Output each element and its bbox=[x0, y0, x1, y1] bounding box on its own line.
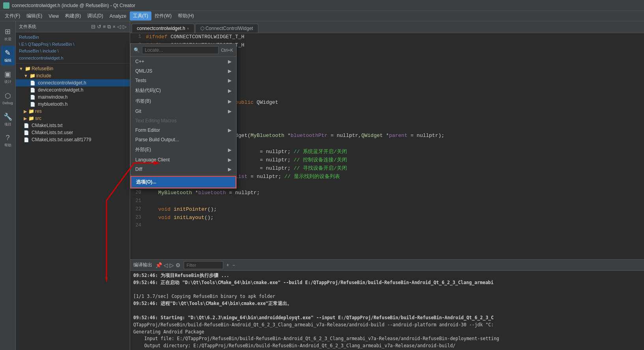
tree-res-label: res bbox=[35, 109, 42, 114]
breadcrumb-root[interactable]: RefuseBin bbox=[19, 35, 39, 39]
res-folder-icon: 📁 bbox=[28, 109, 34, 114]
menu-edit[interactable]: 编辑(E) bbox=[23, 11, 45, 21]
breadcrumb-path1[interactable]: \ E:\ QTappProj \ RefuseBin \ bbox=[19, 42, 75, 47]
output-add-icon[interactable]: + bbox=[226, 262, 229, 268]
output-line-9: Generating Android Package bbox=[133, 329, 641, 336]
tree-include-folder[interactable]: ▼ 📁 include bbox=[16, 72, 130, 79]
context-menu: 🔍 Ctrl+K C++ ▶ QML/JS ▶ Tests ▶ 粘贴代码(C) … bbox=[130, 43, 237, 189]
sidebar-item-welcome[interactable]: ⊞ 欢迎 bbox=[1, 24, 15, 44]
menu-entry-git[interactable]: Git ▶ bbox=[131, 107, 236, 116]
output-content[interactable]: 09:52:46: 为项目RefuseBin执行步骤 ... 09:52:46:… bbox=[130, 271, 644, 350]
tree-file-mybluetooth[interactable]: 📄 mybluetooth.h bbox=[16, 101, 130, 108]
sidebar-item-design[interactable]: ▣ 设计 bbox=[1, 67, 15, 87]
menu-entry-diff-label: Diff bbox=[135, 167, 228, 172]
tree-file-main-label: mainwindow.h bbox=[38, 94, 67, 100]
output-line-5: 09:52:46: 进程"D:\Qt\Tools\CMake_64\bin\cm… bbox=[133, 300, 641, 307]
menu-arrow-external: ▶ bbox=[228, 147, 231, 153]
output-title: 编译输出 bbox=[133, 262, 152, 268]
menu-file[interactable]: 文件(F) bbox=[2, 11, 23, 21]
output-next-icon[interactable]: ▷ bbox=[170, 262, 174, 268]
menu-entry-text-editing: Text Editing Macros bbox=[131, 116, 236, 125]
folder-expand-icon: ▼ bbox=[19, 66, 23, 71]
menu-entry-options[interactable]: 选项(O)... bbox=[131, 176, 236, 188]
output-line-1: 09:52:46: 为项目RefuseBin执行步骤 ... bbox=[133, 272, 641, 279]
float-icon[interactable]: ⧉ bbox=[107, 24, 111, 30]
menu-controls[interactable]: 控件(W) bbox=[151, 11, 175, 21]
design-label: 设计 bbox=[4, 79, 11, 84]
tree-res-folder[interactable]: ▶ 📁 res bbox=[16, 108, 130, 115]
menu-entry-options-label: 选项(O)... bbox=[136, 179, 156, 185]
sidebar-item-edit[interactable]: ✎ 编辑 bbox=[1, 46, 15, 66]
menu-entry-paste-code[interactable]: 粘贴代码(C) ▶ bbox=[131, 85, 236, 96]
breadcrumb-include[interactable]: RefuseBin \ include \ bbox=[19, 49, 59, 53]
tab-label2: ⬡ ConnectControlWidget bbox=[200, 26, 253, 31]
tab-label: connectcontrolwidget.h bbox=[137, 26, 185, 31]
tree-cmakelists-user[interactable]: 📄 CMakeLists.txt.user bbox=[16, 129, 130, 136]
output-pin-icon[interactable]: 📌 bbox=[155, 262, 162, 268]
tree-file-devicecontrol[interactable]: 📄 devicecontrolwidget.h bbox=[16, 86, 130, 94]
tree-root-folder[interactable]: ▼ 📁 RefuseBin bbox=[16, 65, 130, 72]
output-header-icons: 📌 ◁ ▷ ⚙ bbox=[155, 262, 181, 268]
help-label: 帮助 bbox=[4, 143, 11, 148]
menu-entry-paste-label: 粘贴代码(C) bbox=[135, 87, 228, 94]
menu-debug[interactable]: 调试(D) bbox=[84, 11, 106, 21]
menu-arrow-language: ▶ bbox=[228, 157, 231, 163]
nav-left-icon[interactable]: ◁ bbox=[117, 24, 121, 30]
sidebar-item-project[interactable]: 🔧 项目 bbox=[1, 110, 15, 129]
output-prev-icon[interactable]: ◁ bbox=[164, 262, 168, 268]
menu-entry-tests-label: Tests bbox=[135, 78, 228, 83]
edit-label: 编辑 bbox=[4, 58, 11, 63]
tree-cmake-hash-label: CMakeLists.txt.user.a8f1779 bbox=[32, 137, 91, 142]
cmake-icon: 📄 bbox=[24, 123, 29, 128]
output-line-8: QTappProj/RefuseBin/build-RefuseBin-Andr… bbox=[133, 322, 641, 329]
breadcrumb-file[interactable]: connectcontrolwidget.h bbox=[19, 56, 63, 60]
sidebar-icons: ⊞ 欢迎 ✎ 编辑 ▣ 设计 ⬡ Debug 🔧 项目 ? 帮助 bbox=[0, 21, 16, 350]
menu-arrow-form: ▶ bbox=[228, 127, 231, 133]
welcome-label: 欢迎 bbox=[4, 37, 11, 42]
file-tree-panel: 文件系统 ⊟ ↺ ≡ ⧉ × ◁ ▷ RefuseBin \ E:\ QTapp… bbox=[16, 21, 130, 350]
project-icon: 🔧 bbox=[4, 112, 12, 121]
menu-arrow-git: ▶ bbox=[228, 109, 231, 114]
tree-cmakelists[interactable]: 📄 CMakeLists.txt bbox=[16, 122, 130, 129]
tab-close-icon[interactable]: × bbox=[187, 26, 189, 31]
menu-entry-diff[interactable]: Diff ▶ bbox=[131, 165, 236, 174]
menu-entry-language-client[interactable]: Language Client ▶ bbox=[131, 155, 236, 165]
output-line-6 bbox=[133, 307, 641, 314]
output-minus-icon[interactable]: − bbox=[232, 262, 235, 268]
menu-entry-qmljs[interactable]: QML/JS ▶ bbox=[131, 66, 236, 76]
sidebar-item-debug[interactable]: ⬡ Debug bbox=[1, 88, 15, 108]
nav-right-icon[interactable]: ▷ bbox=[123, 24, 127, 30]
editor-tabs: connectcontrolwidget.h × ⬡ ConnectContro… bbox=[130, 21, 644, 33]
output-settings-icon[interactable]: ⚙ bbox=[175, 262, 181, 268]
menu-tools[interactable]: 工具(T) bbox=[130, 11, 151, 21]
tree-src-folder[interactable]: ▶ 📁 src bbox=[16, 115, 130, 122]
close-icon[interactable]: × bbox=[112, 24, 116, 30]
menu-entry-parse-label: Parse Build Output... bbox=[135, 137, 231, 142]
tree-cmakelists-user-hash[interactable]: 📄 CMakeLists.txt.user.a8f1779 bbox=[16, 136, 130, 143]
sync-icon[interactable]: ↺ bbox=[97, 24, 101, 30]
sidebar-item-help[interactable]: ? 帮助 bbox=[1, 131, 15, 151]
tab-connect-widget[interactable]: connectcontrolwidget.h × bbox=[132, 24, 194, 33]
menu-entry-cpp[interactable]: C++ ▶ bbox=[131, 57, 236, 66]
options-icon[interactable]: ≡ bbox=[103, 24, 106, 30]
menu-entry-form-editor[interactable]: Form Editor ▶ bbox=[131, 125, 236, 135]
menu-entry-parse-build[interactable]: Parse Build Output... bbox=[131, 135, 236, 144]
menu-entry-bookmarks[interactable]: 书签(B) ▶ bbox=[131, 96, 236, 107]
tree-file-connect[interactable]: 📄 connectcontrolwidget.h bbox=[16, 79, 130, 86]
menu-entry-external[interactable]: 外部(E) ▶ bbox=[131, 144, 236, 155]
folder-color-icon: 📁 bbox=[25, 66, 31, 71]
menu-analyze[interactable]: Analyze bbox=[106, 12, 130, 20]
file-tree-title: 文件系统 bbox=[19, 24, 91, 30]
menu-build[interactable]: 构建(B) bbox=[62, 11, 84, 21]
menu-view[interactable]: View bbox=[45, 12, 62, 20]
tree-file-mainwindow[interactable]: 📄 mainwindow.h bbox=[16, 94, 130, 101]
filter-icon[interactable]: ⊟ bbox=[91, 24, 95, 30]
tab-connectcontrol-widget2[interactable]: ⬡ ConnectControlWidget bbox=[195, 24, 258, 33]
help-icon: ? bbox=[6, 134, 9, 142]
cmake-user-icon: 📄 bbox=[24, 130, 29, 135]
menu-help[interactable]: 帮助(H) bbox=[175, 11, 197, 21]
menu-entry-bookmarks-label: 书签(B) bbox=[135, 98, 228, 105]
output-filter-input[interactable] bbox=[184, 261, 223, 269]
context-menu-search-input[interactable] bbox=[142, 46, 218, 54]
menu-entry-tests[interactable]: Tests ▶ bbox=[131, 76, 236, 85]
